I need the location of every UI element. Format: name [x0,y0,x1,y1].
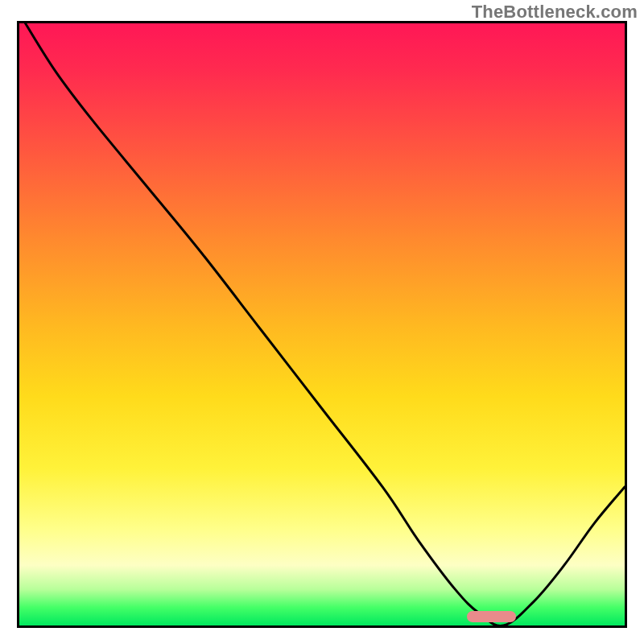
watermark-text: TheBottleneck.com [472,2,638,23]
curve-layer [19,23,625,625]
plot-frame [17,21,627,628]
bottleneck-curve [26,23,625,625]
optimal-marker [467,611,515,622]
chart-container: TheBottleneck.com [0,0,644,644]
